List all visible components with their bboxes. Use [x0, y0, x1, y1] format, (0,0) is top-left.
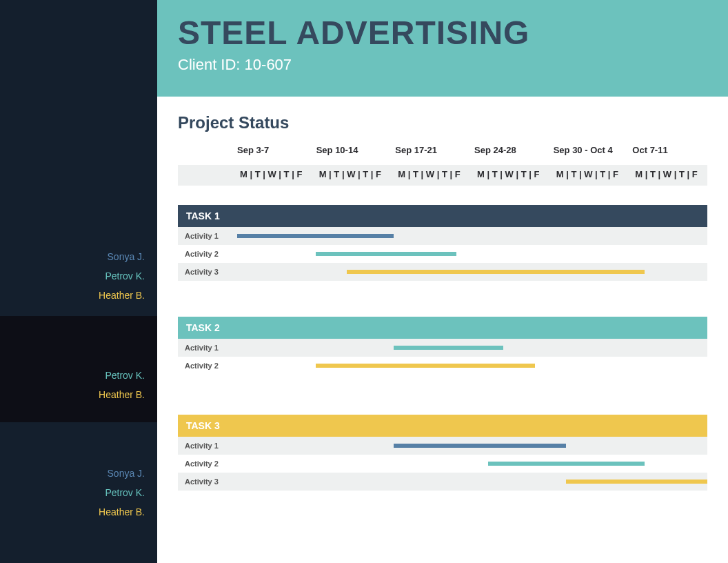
activity-row: Activity 3	[178, 473, 707, 491]
activity-row: Activity 1	[178, 339, 707, 357]
person-sonya: Sonya J.	[7, 464, 145, 483]
activity-label: Activity 3	[178, 268, 237, 276]
person-petrov: Petrov K.	[7, 366, 145, 385]
header-title: STEEL ADVERTISING	[178, 14, 707, 52]
week-range: Sep 30 - Oct 4	[554, 145, 629, 161]
bar-area	[237, 357, 707, 375]
bar-area	[237, 437, 707, 455]
content: Project Status Sep 3-7 Sep 10-14 Sep 17-…	[157, 97, 728, 491]
header-subtitle: Client ID: 10-607	[178, 56, 707, 74]
week-days: M | T | W | T | F	[632, 165, 707, 186]
week-range: Sep 17-21	[395, 145, 470, 161]
person-sonya: Sonya J.	[7, 247, 145, 266]
sidebar: Sonya J. Petrov K. Heather B. Petrov K. …	[0, 0, 157, 563]
activity-row: Activity 2	[178, 455, 707, 473]
sidebar-people-task1: Sonya J. Petrov K. Heather B.	[0, 97, 157, 316]
activity-row: Activity 2	[178, 357, 707, 375]
activity-label: Activity 2	[178, 460, 237, 468]
sidebar-people-task3: Sonya J. Petrov K. Heather B.	[0, 422, 157, 563]
activity-label: Activity 1	[178, 442, 237, 450]
gantt-bar	[347, 270, 645, 274]
header: STEEL ADVERTISING Client ID: 10-607	[157, 0, 728, 97]
person-heather: Heather B.	[7, 502, 145, 522]
task-1: TASK 1 Activity 1 Activity 2 Activity 3	[178, 205, 707, 281]
gantt-bar	[566, 480, 707, 484]
activity-row: Activity 2	[178, 245, 707, 263]
activity-label: Activity 1	[178, 344, 237, 352]
bar-area	[237, 339, 707, 357]
task-2: TASK 2 Activity 1 Activity 2	[178, 317, 707, 375]
gantt-bar	[394, 444, 566, 448]
week-range: Sep 24-28	[474, 145, 549, 161]
bar-area	[237, 455, 707, 473]
bar-area	[237, 245, 707, 263]
week-days: M | T | W | T | F	[474, 165, 549, 186]
timeline-week-ranges: Sep 3-7 Sep 10-14 Sep 17-21 Sep 24-28 Se…	[178, 145, 707, 161]
week-range: Sep 10-14	[316, 145, 392, 161]
bar-area	[237, 473, 707, 491]
week-days: M | T | W | T | F	[237, 165, 312, 186]
gantt-bar	[488, 462, 645, 466]
gantt-bar	[316, 252, 457, 256]
activity-label: Activity 2	[178, 250, 237, 258]
bar-area	[237, 263, 707, 281]
sidebar-people-task2: Petrov K. Heather B.	[0, 316, 157, 422]
person-petrov: Petrov K.	[7, 266, 145, 286]
task-3: TASK 3 Activity 1 Activity 2 Activity 3	[178, 415, 707, 491]
sidebar-spacer	[0, 0, 157, 97]
main: STEEL ADVERTISING Client ID: 10-607 Proj…	[157, 0, 728, 563]
status-title: Project Status	[178, 113, 707, 132]
task-header: TASK 1	[178, 205, 707, 227]
timeline-weekdays: M | T | W | T | F M | T | W | T | F M | …	[178, 165, 707, 186]
label-col-spacer	[178, 165, 237, 186]
week-range: Oct 7-11	[632, 145, 707, 161]
week-days: M | T | W | T | F	[554, 165, 629, 186]
activity-row: Activity 1	[178, 437, 707, 455]
person-petrov: Petrov K.	[7, 483, 145, 502]
activity-label: Activity 1	[178, 232, 237, 240]
activity-label: Activity 2	[178, 362, 237, 370]
gantt-bar	[316, 364, 535, 368]
week-days: M | T | W | T | F	[395, 165, 470, 186]
page: Sonya J. Petrov K. Heather B. Petrov K. …	[0, 0, 728, 563]
week-range: Sep 3-7	[237, 145, 312, 161]
task-header: TASK 2	[178, 317, 707, 339]
bar-area	[237, 227, 707, 245]
week-days: M | T | W | T | F	[316, 165, 392, 186]
person-heather: Heather B.	[7, 385, 145, 404]
activity-row: Activity 1	[178, 227, 707, 245]
task-header: TASK 3	[178, 415, 707, 437]
person-heather: Heather B.	[7, 286, 145, 305]
gantt-bar	[237, 234, 394, 238]
activity-row: Activity 3	[178, 263, 707, 281]
activity-label: Activity 3	[178, 477, 237, 486]
gantt-bar	[394, 346, 503, 350]
